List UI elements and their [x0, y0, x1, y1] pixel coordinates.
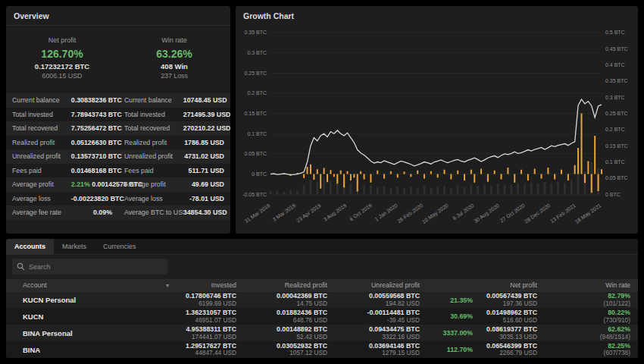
- svg-text:-0.05 BTC: -0.05 BTC: [242, 192, 267, 197]
- growth-chart[interactable]: 0.35 BTC0.3 BTC0.25 BTC0.2 BTC0.15 BTC0.…: [236, 25, 638, 234]
- column-header-realized-profit[interactable]: Realized profit: [241, 281, 332, 289]
- dashboard-root: Overview Net profit 126.70% 0.17232172 B…: [0, 0, 644, 364]
- stat-label: Total invested: [118, 111, 183, 118]
- stat-label: Average loss: [6, 195, 71, 202]
- stat-label: Average BTC to USD: [118, 209, 183, 216]
- stat-label: Total recovered: [118, 124, 183, 132]
- stat-row: Total invested 7.78943743 BTC Total inve…: [6, 108, 230, 122]
- account-name: KUCN Personal: [6, 296, 177, 304]
- net-profit-usd: 6006.15 USD: [6, 72, 118, 80]
- account-row[interactable]: BINA 1.29517627 BTC 44847.44 USD 0.03052…: [6, 341, 638, 358]
- stat-value: 2.21% 0.00142578 BTC: [71, 180, 118, 188]
- svg-text:0.15 BTC: 0.15 BTC: [605, 143, 627, 149]
- svg-text:28 Dec 2020: 28 Dec 2020: [524, 202, 552, 224]
- svg-text:3 Mar 2019: 3 Mar 2019: [271, 202, 296, 222]
- win-rate-summary: Win rate 63.26% 408 Win 237 Loss: [118, 36, 230, 80]
- net-profit-cell: 0.00567439 BTC 197.36 USD: [477, 292, 542, 307]
- svg-text:0.25 BTC: 0.25 BTC: [605, 111, 627, 116]
- svg-text:23 Apr 2019: 23 Apr 2019: [295, 202, 323, 224]
- svg-text:0.2 BTC: 0.2 BTC: [247, 90, 267, 96]
- unrealized-profit-cell: 0.00559568 BTC 194.82 USD: [332, 292, 424, 307]
- stat-row: Current balance 0.30838236 BTC Current b…: [6, 93, 230, 108]
- loss-count: 237 Loss: [118, 72, 230, 80]
- win-rate-label: Win rate: [118, 36, 230, 44]
- search-input[interactable]: [12, 259, 167, 275]
- invested-cell: 0.17806746 BTC 6199.69 USD: [177, 292, 241, 307]
- column-header-unrealized-profit[interactable]: Unrealized profit: [332, 281, 424, 289]
- search-row: [6, 255, 638, 279]
- stat-value: 0.05126630 BTC: [71, 139, 118, 146]
- svg-text:0 BTC: 0 BTC: [252, 171, 267, 177]
- column-header-invested[interactable]: Invested: [177, 281, 241, 289]
- account-row[interactable]: BINA Personal 4.95388311 BTC 174441.07 U…: [6, 325, 638, 341]
- svg-text:0.35 BTC: 0.35 BTC: [245, 30, 267, 35]
- svg-text:13 Feb 2021: 13 Feb 2021: [549, 202, 577, 224]
- overview-panel-title: Overview: [6, 6, 230, 26]
- stat-value: 7.78943743 BTC: [71, 111, 118, 118]
- stat-value: 1786.85 USD: [183, 139, 230, 146]
- unrealized-percent: 112.70%: [424, 346, 477, 353]
- stat-row: Unrealized profit 0.13573710 BTC Unreali…: [6, 149, 230, 164]
- overview-stats-table: Current balance 0.30838236 BTC Current b…: [6, 93, 230, 234]
- stat-label: Average profit: [6, 180, 71, 188]
- svg-text:0.5 BTC: 0.5 BTC: [605, 30, 625, 35]
- svg-text:3 Aug 2019: 3 Aug 2019: [322, 202, 348, 223]
- stat-label: Current balance: [6, 96, 71, 104]
- svg-text:0.3 BTC: 0.3 BTC: [247, 50, 267, 55]
- stat-value: 34854.30 USD: [183, 209, 230, 216]
- overview-panel: Overview Net profit 126.70% 0.17232172 B…: [6, 6, 230, 234]
- stat-label: Average loss: [118, 195, 183, 202]
- svg-text:18 May 2021: 18 May 2021: [574, 202, 602, 225]
- stat-label: Average profit: [118, 180, 183, 188]
- stat-label: Realized profit: [6, 139, 71, 146]
- column-header-net-profit[interactable]: Net profit: [477, 281, 542, 289]
- account-row[interactable]: KUCN 1.36231057 BTC 46951.07 USD 0.01882…: [6, 308, 638, 325]
- net-profit-summary: Net profit 126.70% 0.17232172 BTC 6006.1…: [6, 36, 118, 80]
- svg-text:26 Feb 2020: 26 Feb 2020: [396, 202, 424, 224]
- net-profit-cell: 0.06546399 BTC 2266.79 USD: [477, 342, 542, 357]
- stat-value: 511.71 USD: [183, 167, 230, 174]
- top-row: Overview Net profit 126.70% 0.17232172 B…: [6, 6, 638, 234]
- search-icon: [17, 262, 25, 271]
- sort-caret-icon: ▾: [166, 282, 169, 289]
- svg-text:1 Jan 2020: 1 Jan 2020: [374, 202, 398, 222]
- realized-profit-cell: 0.03052932 BTC 1057.12 USD: [241, 342, 332, 357]
- stat-row: Realized profit 0.05126630 BTC Realized …: [6, 136, 230, 150]
- tab-currencies[interactable]: Currencies: [95, 239, 145, 254]
- stat-value: 10748.45 USD: [183, 96, 230, 104]
- stat-label: Fees paid: [6, 167, 71, 174]
- svg-text:6 Jul 2020: 6 Jul 2020: [452, 202, 475, 221]
- stat-label: Current balance: [118, 96, 183, 104]
- column-header-win-rate[interactable]: Win rate: [542, 281, 638, 289]
- net-profit-label: Net profit: [6, 36, 118, 44]
- svg-text:31 Mar 2018: 31 Mar 2018: [243, 202, 270, 224]
- stat-value: 7.75256472 BTC: [71, 124, 118, 132]
- stat-label: Realized profit: [118, 139, 183, 146]
- invested-cell: 1.36231057 BTC 46951.07 USD: [177, 309, 241, 324]
- unrealized-percent: 21.35%: [424, 297, 477, 304]
- svg-text:0.05 BTC: 0.05 BTC: [245, 151, 267, 156]
- tab-markets[interactable]: Markets: [54, 239, 95, 254]
- svg-text:10 May 2020: 10 May 2020: [421, 202, 450, 225]
- stat-row: Average profit 2.21% 0.00142578 BTC Aver…: [6, 177, 230, 192]
- growth-chart-panel: Growth Chart 0.35 BTC0.3 BTC0.25 BTC0.2 …: [236, 6, 638, 234]
- stat-row: Fees paid 0.01468168 BTC Fees paid 511.7…: [6, 164, 230, 178]
- svg-text:6 Oct 2019: 6 Oct 2019: [349, 202, 373, 221]
- unrealized-profit-cell: 0.09434475 BTC 3322.16 USD: [332, 325, 424, 340]
- stat-value: -0.00223820 BTC: [71, 195, 118, 202]
- stat-label: Total invested: [6, 111, 71, 118]
- svg-text:27 Oct 2020: 27 Oct 2020: [499, 202, 526, 224]
- stat-value: 0.13573710 BTC: [71, 152, 118, 160]
- svg-text:30 Aug 2020: 30 Aug 2020: [473, 202, 501, 224]
- net-profit-cell: 0.08619377 BTC 3035.13 USD: [477, 325, 542, 340]
- realized-profit-cell: 0.00148892 BTC 52.42 USD: [241, 325, 332, 340]
- svg-text:0.05 BTC: 0.05 BTC: [605, 175, 627, 180]
- account-name: BINA: [6, 346, 177, 354]
- stat-row: Total recovered 7.75256472 BTC Total rec…: [6, 121, 230, 136]
- column-header-account[interactable]: Account ▾: [6, 281, 177, 289]
- account-name: KUCN: [6, 312, 177, 321]
- tab-accounts[interactable]: Accounts: [6, 239, 54, 254]
- account-row[interactable]: KUCN Personal 0.17806746 BTC 6199.69 USD…: [6, 292, 638, 309]
- svg-text:0.1 BTC: 0.1 BTC: [605, 159, 625, 165]
- search-box: [12, 259, 167, 275]
